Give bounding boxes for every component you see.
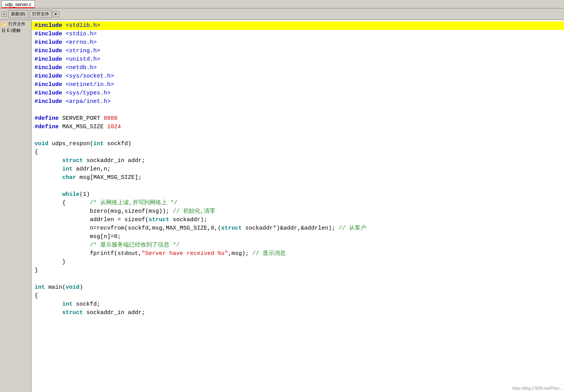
code-line-22: { /* 从网络上读,并写到网络上 */ — [31, 199, 564, 207]
tab-underline — [2, 7, 35, 8]
main-layout: 📁 打开文件 目 E:\图解 #include <stdlib.h> #incl… — [0, 20, 564, 392]
code-line-21: while(1) — [31, 190, 564, 199]
code-line-32: int main(void) — [31, 283, 564, 292]
code-line-14 — [31, 131, 564, 140]
open-file-button[interactable]: 打开文件 — [30, 10, 52, 18]
code-line-7: #include <sys/socket.h> — [31, 72, 564, 81]
code-line-18: int addrlen,n; — [31, 165, 564, 174]
code-line-35: struct sockaddr_in addr; — [31, 309, 564, 317]
toolbar: × 刷新(B) 打开文件 ▼ — [0, 8, 564, 20]
code-line-1: #include <stdlib.h> — [31, 22, 564, 30]
sidebar: 📁 打开文件 目 E:\图解 — [0, 20, 31, 392]
code-line-9: #include <sys/types.h> — [31, 89, 564, 98]
path-label: 目 E:\图解 — [2, 28, 21, 33]
code-line-34: int sockfd; — [31, 300, 564, 309]
code-line-5: #include <unistd.h> — [31, 55, 564, 64]
code-line-16: { — [31, 148, 564, 157]
close-button[interactable]: × — [2, 12, 7, 17]
code-line-8: #include <netinet/in.h> — [31, 81, 564, 89]
code-line-27: /* 显示服务端已经收到了信息 */ — [31, 241, 564, 250]
code-line-4: #include <string.h> — [31, 47, 564, 55]
code-editor[interactable]: #include <stdlib.h> #include <stdio.h> #… — [31, 20, 564, 392]
sidebar-open-label: 打开文件 — [8, 21, 25, 27]
code-line-31 — [31, 275, 564, 283]
code-line-11 — [31, 106, 564, 114]
code-line-12: #define SERVER_PORT 8888 — [31, 114, 564, 123]
code-line-29: } — [31, 258, 564, 266]
tab-label: udp_server.c — [5, 2, 31, 7]
close-icon: × — [3, 12, 5, 16]
code-line-13: #define MAX_MSG_SIZE 1024 — [31, 123, 564, 131]
watermark-text: https://blog.CSDN.net/Phon... — [512, 386, 562, 390]
tab-bar: udp_server.c — [0, 0, 564, 8]
refresh-button[interactable]: 刷新(B) — [8, 10, 28, 18]
tab-udp-server[interactable]: udp_server.c — [2, 0, 35, 8]
watermark: https://blog.CSDN.net/Phon... — [512, 386, 562, 390]
code-line-30: } — [31, 266, 564, 275]
sidebar-path[interactable]: 目 E:\图解 — [1, 27, 30, 34]
code-line-25: n=recvfrom(sockfd,msg,MAX_MSG_SIZE,0,(st… — [31, 224, 564, 233]
code-line-19: char msg[MAX_MSG_SIZE]; — [31, 174, 564, 182]
folder-icon: 📁 — [2, 22, 7, 27]
code-line-15: void udps_respon(int sockfd) — [31, 140, 564, 148]
code-line-20 — [31, 182, 564, 190]
code-line-17: struct sockaddr_in addr; — [31, 157, 564, 165]
code-line-33: { — [31, 292, 564, 300]
code-line-2: #include <stdio.h> — [31, 30, 564, 38]
code-line-24: addrlen = sizeof(struct sockaddr); — [31, 216, 564, 224]
code-line-10: #include <arpa/inet.h> — [31, 98, 564, 106]
code-line-26: msg[n]=0; — [31, 233, 564, 241]
code-line-28: fprintf(stdout,"Server have received %s"… — [31, 250, 564, 258]
code-line-23: bzero(msg,sizeof(msg)); // 初始化,清零 — [31, 207, 564, 216]
code-line-6: #include <netdb.h> — [31, 64, 564, 72]
open-dropdown-button[interactable]: ▼ — [53, 11, 59, 17]
code-line-3: #include <errno.h> — [31, 38, 564, 47]
sidebar-open-file[interactable]: 📁 打开文件 — [1, 21, 30, 27]
